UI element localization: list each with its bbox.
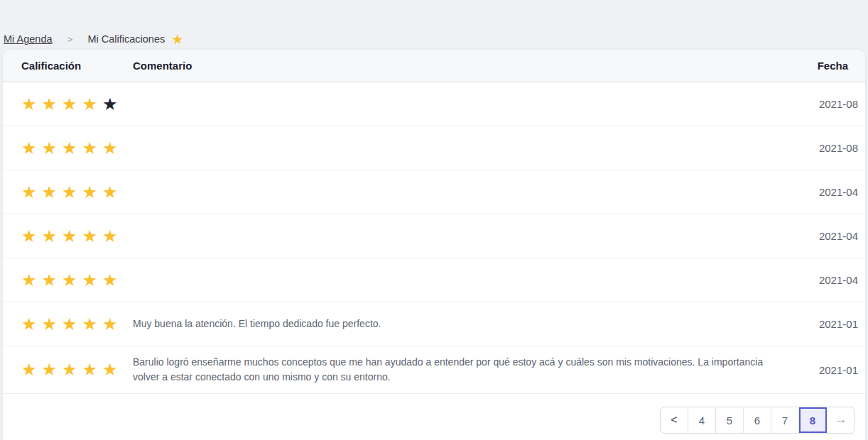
date-cell: 2021-04 [791, 186, 865, 198]
star-icon: ★ [82, 184, 98, 201]
table-row: ★★★★★ 2021-08 [3, 82, 865, 126]
star-icon: ★ [21, 361, 37, 378]
table-row: ★★★★★ Muy buena la atención. El tiempo d… [3, 302, 865, 346]
star-icon: ★ [102, 140, 118, 157]
pagination-prev-button[interactable]: < [661, 407, 688, 433]
comment-cell [133, 228, 791, 245]
table-body: ★★★★★ 2021-08 ★★★★★ 2021-08 ★★★★★ 2021-0… [3, 82, 865, 394]
ratings-card: Calificación Comentario Fecha ★★★★★ 2021… [3, 50, 865, 440]
breadcrumb: Mi Agenda > Mi Calificaciones ★ [0, 0, 868, 50]
star-icon: ★ [21, 96, 37, 113]
pagination-page-7-button[interactable]: 7 [771, 407, 799, 433]
star-icon: ★ [102, 316, 118, 333]
star-icon: ★ [42, 228, 58, 245]
star-icon: ★ [102, 361, 118, 378]
star-icon: ★ [42, 140, 58, 157]
star-icon: ★ [102, 272, 118, 289]
pagination-page-6-button[interactable]: 6 [744, 407, 771, 433]
star-icon: ★ [21, 184, 37, 201]
star-icon: ★ [82, 316, 98, 333]
star-icon: ★ [82, 228, 98, 245]
chevron-right-icon: > [67, 34, 73, 45]
pagination-page-5-button[interactable]: 5 [716, 407, 744, 433]
star-icon: ★ [62, 140, 77, 157]
star-icon: ★ [82, 272, 98, 289]
table-row: ★★★★★ Barulio logró enseñarme muchos con… [3, 346, 865, 394]
rating-stars: ★★★★★ [3, 272, 133, 289]
date-cell: 2021-01 [791, 318, 865, 330]
breadcrumb-link-mi-agenda[interactable]: Mi Agenda [4, 33, 53, 45]
pagination-bar: <45678→ [3, 394, 865, 440]
star-emoji-icon: ★ [171, 35, 183, 45]
pagination: <45678→ [660, 407, 855, 434]
column-header-comentario: Comentario [133, 60, 791, 72]
rating-stars: ★★★★★ [3, 140, 133, 157]
star-icon: ★ [82, 140, 98, 157]
star-icon: ★ [42, 316, 58, 333]
date-cell: 2021-08 [791, 142, 865, 154]
rating-stars: ★★★★★ [3, 361, 133, 378]
date-cell: 2021-04 [791, 230, 865, 242]
column-header-calificacion: Calificación [3, 60, 133, 72]
star-icon: ★ [82, 361, 98, 378]
date-cell: 2021-04 [791, 274, 865, 286]
star-icon: ★ [62, 272, 77, 289]
comment-cell [133, 140, 791, 157]
star-icon: ★ [62, 316, 77, 333]
comment-cell: Muy buena la atención. El tiempo dedicad… [133, 308, 791, 340]
star-icon: ★ [21, 272, 37, 289]
star-icon: ★ [102, 228, 118, 245]
table-row: ★★★★★ 2021-04 [3, 258, 865, 302]
pagination-page-4-button[interactable]: 4 [688, 407, 716, 433]
star-icon: ★ [62, 361, 77, 378]
breadcrumb-current-mi-calificaciones: Mi Calificaciones [87, 33, 165, 45]
star-icon: ★ [62, 184, 77, 201]
table-row: ★★★★★ 2021-04 [3, 214, 865, 258]
comment-cell [133, 272, 791, 289]
star-icon: ★ [62, 96, 77, 113]
star-icon: ★ [102, 96, 118, 113]
column-header-fecha: Fecha [791, 60, 865, 72]
star-icon: ★ [62, 228, 77, 245]
pagination-next-button[interactable]: → [827, 407, 855, 433]
star-icon: ★ [42, 184, 58, 201]
comment-cell [133, 96, 791, 113]
star-icon: ★ [21, 316, 37, 333]
star-icon: ★ [42, 96, 58, 113]
date-cell: 2021-01 [791, 364, 865, 376]
table-header: Calificación Comentario Fecha [3, 50, 865, 82]
star-icon: ★ [82, 96, 98, 113]
rating-stars: ★★★★★ [3, 316, 133, 333]
table-row: ★★★★★ 2021-04 [3, 170, 865, 214]
star-icon: ★ [102, 184, 118, 201]
pagination-page-8-button[interactable]: 8 [799, 407, 827, 433]
rating-stars: ★★★★★ [3, 96, 133, 113]
rating-stars: ★★★★★ [3, 228, 133, 245]
date-cell: 2021-08 [791, 98, 865, 110]
star-icon: ★ [21, 228, 37, 245]
comment-cell [133, 184, 791, 201]
comment-cell: Barulio logró enseñarme muchos conceptos… [133, 346, 791, 393]
table-row: ★★★★★ 2021-08 [3, 126, 865, 170]
star-icon: ★ [42, 272, 58, 289]
rating-stars: ★★★★★ [3, 184, 133, 201]
star-icon: ★ [42, 361, 58, 378]
star-icon: ★ [21, 140, 37, 157]
